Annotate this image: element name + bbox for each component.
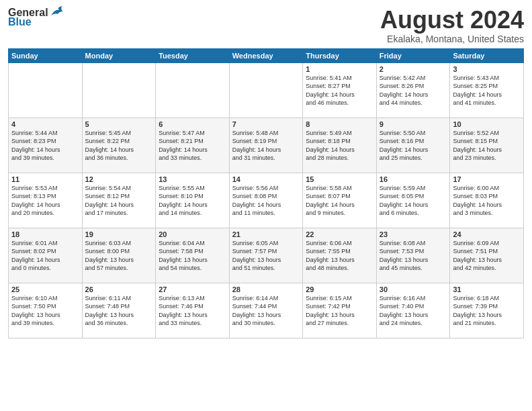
calendar-cell: 6Sunrise: 5:47 AM Sunset: 8:21 PM Daylig… <box>156 118 230 173</box>
day-number: 29 <box>306 285 373 293</box>
calendar-week-row: 18Sunrise: 6:01 AM Sunset: 8:02 PM Dayli… <box>9 228 524 283</box>
logo-bird-icon <box>50 6 64 18</box>
day-info: Sunrise: 6:10 AM Sunset: 7:50 PM Dayligh… <box>11 294 79 328</box>
day-number: 12 <box>85 175 153 183</box>
day-number: 13 <box>159 175 226 183</box>
day-number: 8 <box>306 120 373 128</box>
calendar-week-row: 1Sunrise: 5:41 AM Sunset: 8:27 PM Daylig… <box>9 62 524 118</box>
calendar-page: General Blue August 2024 Ekalaka, Montan… <box>0 0 532 411</box>
weekday-header-row: SundayMondayTuesdayWednesdayThursdayFrid… <box>9 48 524 62</box>
day-number: 7 <box>232 120 300 128</box>
day-number: 24 <box>453 230 521 238</box>
day-number: 26 <box>85 285 153 293</box>
day-info: Sunrise: 6:16 AM Sunset: 7:40 PM Dayligh… <box>380 294 447 328</box>
calendar-cell <box>156 62 230 118</box>
day-number: 2 <box>380 65 447 73</box>
day-number: 31 <box>453 285 521 293</box>
calendar-cell: 10Sunrise: 5:52 AM Sunset: 8:15 PM Dayli… <box>450 118 524 173</box>
day-number: 3 <box>453 65 521 73</box>
calendar-week-row: 25Sunrise: 6:10 AM Sunset: 7:50 PM Dayli… <box>9 283 524 338</box>
day-info: Sunrise: 6:04 AM Sunset: 7:58 PM Dayligh… <box>159 239 226 273</box>
calendar-cell: 17Sunrise: 6:00 AM Sunset: 8:03 PM Dayli… <box>450 173 524 228</box>
weekday-header: Thursday <box>303 48 377 62</box>
day-number: 22 <box>306 230 373 238</box>
day-number: 17 <box>453 175 521 183</box>
day-number: 16 <box>380 175 447 183</box>
calendar-cell: 30Sunrise: 6:16 AM Sunset: 7:40 PM Dayli… <box>376 283 450 338</box>
day-info: Sunrise: 6:06 AM Sunset: 7:55 PM Dayligh… <box>306 239 373 273</box>
calendar-cell: 4Sunrise: 5:44 AM Sunset: 8:23 PM Daylig… <box>9 118 83 173</box>
weekday-header: Friday <box>376 48 450 62</box>
calendar-cell: 8Sunrise: 5:49 AM Sunset: 8:18 PM Daylig… <box>303 118 377 173</box>
calendar-cell: 7Sunrise: 5:48 AM Sunset: 8:19 PM Daylig… <box>229 118 303 173</box>
calendar-week-row: 4Sunrise: 5:44 AM Sunset: 8:23 PM Daylig… <box>9 118 524 173</box>
calendar-cell: 18Sunrise: 6:01 AM Sunset: 8:02 PM Dayli… <box>9 228 83 283</box>
day-info: Sunrise: 5:47 AM Sunset: 8:21 PM Dayligh… <box>159 129 226 163</box>
day-number: 23 <box>380 230 447 238</box>
calendar-week-row: 11Sunrise: 5:53 AM Sunset: 8:13 PM Dayli… <box>9 173 524 228</box>
day-info: Sunrise: 6:09 AM Sunset: 7:51 PM Dayligh… <box>453 239 521 273</box>
day-number: 14 <box>232 175 300 183</box>
weekday-header: Wednesday <box>229 48 303 62</box>
calendar-cell: 9Sunrise: 5:50 AM Sunset: 8:16 PM Daylig… <box>376 118 450 173</box>
calendar-cell: 12Sunrise: 5:54 AM Sunset: 8:12 PM Dayli… <box>82 173 156 228</box>
calendar-cell: 19Sunrise: 6:03 AM Sunset: 8:00 PM Dayli… <box>82 228 156 283</box>
day-number: 6 <box>159 120 226 128</box>
day-info: Sunrise: 6:13 AM Sunset: 7:46 PM Dayligh… <box>159 294 226 328</box>
day-info: Sunrise: 5:42 AM Sunset: 8:26 PM Dayligh… <box>380 74 447 107</box>
logo-blue: Blue <box>8 16 32 28</box>
day-number: 30 <box>380 285 447 293</box>
day-number: 10 <box>453 120 521 128</box>
calendar-cell: 25Sunrise: 6:10 AM Sunset: 7:50 PM Dayli… <box>9 283 83 338</box>
day-info: Sunrise: 6:03 AM Sunset: 8:00 PM Dayligh… <box>85 239 153 273</box>
day-number: 27 <box>159 285 226 293</box>
day-info: Sunrise: 6:08 AM Sunset: 7:53 PM Dayligh… <box>380 239 447 273</box>
day-number: 4 <box>11 120 79 128</box>
title-area: August 2024 Ekalaka, Montana, United Sta… <box>380 7 524 44</box>
month-title: August 2024 <box>380 7 524 34</box>
day-number: 18 <box>11 230 79 238</box>
day-info: Sunrise: 6:15 AM Sunset: 7:42 PM Dayligh… <box>306 294 373 328</box>
day-number: 25 <box>11 285 79 293</box>
day-number: 19 <box>85 230 153 238</box>
day-info: Sunrise: 5:58 AM Sunset: 8:07 PM Dayligh… <box>306 184 373 218</box>
day-number: 9 <box>380 120 447 128</box>
day-number: 28 <box>232 285 300 293</box>
day-info: Sunrise: 5:41 AM Sunset: 8:27 PM Dayligh… <box>306 74 373 107</box>
calendar-cell: 26Sunrise: 6:11 AM Sunset: 7:48 PM Dayli… <box>82 283 156 338</box>
day-info: Sunrise: 5:52 AM Sunset: 8:15 PM Dayligh… <box>453 129 521 163</box>
day-info: Sunrise: 5:43 AM Sunset: 8:25 PM Dayligh… <box>453 74 521 107</box>
header: General Blue August 2024 Ekalaka, Montan… <box>8 7 524 44</box>
day-info: Sunrise: 5:55 AM Sunset: 8:10 PM Dayligh… <box>159 184 226 218</box>
day-info: Sunrise: 6:18 AM Sunset: 7:39 PM Dayligh… <box>453 294 521 328</box>
calendar-cell <box>82 62 156 118</box>
day-info: Sunrise: 5:56 AM Sunset: 8:08 PM Dayligh… <box>232 184 300 218</box>
calendar-cell: 13Sunrise: 5:55 AM Sunset: 8:10 PM Dayli… <box>156 173 230 228</box>
day-number: 1 <box>306 65 373 73</box>
day-info: Sunrise: 5:53 AM Sunset: 8:13 PM Dayligh… <box>11 184 79 218</box>
calendar-cell: 31Sunrise: 6:18 AM Sunset: 7:39 PM Dayli… <box>450 283 524 338</box>
weekday-header: Sunday <box>9 48 83 62</box>
weekday-header: Saturday <box>450 48 524 62</box>
day-info: Sunrise: 6:05 AM Sunset: 7:57 PM Dayligh… <box>232 239 300 273</box>
calendar-cell: 14Sunrise: 5:56 AM Sunset: 8:08 PM Dayli… <box>229 173 303 228</box>
calendar-cell: 27Sunrise: 6:13 AM Sunset: 7:46 PM Dayli… <box>156 283 230 338</box>
location: Ekalaka, Montana, United States <box>380 34 524 44</box>
day-number: 15 <box>306 175 373 183</box>
calendar-cell <box>229 62 303 118</box>
weekday-header: Tuesday <box>156 48 230 62</box>
calendar-cell: 28Sunrise: 6:14 AM Sunset: 7:44 PM Dayli… <box>229 283 303 338</box>
calendar-cell: 20Sunrise: 6:04 AM Sunset: 7:58 PM Dayli… <box>156 228 230 283</box>
calendar-cell: 16Sunrise: 5:59 AM Sunset: 8:05 PM Dayli… <box>376 173 450 228</box>
calendar-cell: 22Sunrise: 6:06 AM Sunset: 7:55 PM Dayli… <box>303 228 377 283</box>
day-number: 20 <box>159 230 226 238</box>
day-info: Sunrise: 6:14 AM Sunset: 7:44 PM Dayligh… <box>232 294 300 328</box>
day-info: Sunrise: 6:01 AM Sunset: 8:02 PM Dayligh… <box>11 239 79 273</box>
calendar-cell: 23Sunrise: 6:08 AM Sunset: 7:53 PM Dayli… <box>376 228 450 283</box>
day-info: Sunrise: 5:49 AM Sunset: 8:18 PM Dayligh… <box>306 129 373 163</box>
day-info: Sunrise: 5:59 AM Sunset: 8:05 PM Dayligh… <box>380 184 447 218</box>
day-info: Sunrise: 6:11 AM Sunset: 7:48 PM Dayligh… <box>85 294 153 328</box>
day-info: Sunrise: 5:44 AM Sunset: 8:23 PM Dayligh… <box>11 129 79 163</box>
calendar-table: SundayMondayTuesdayWednesdayThursdayFrid… <box>8 48 524 338</box>
calendar-cell <box>9 62 83 118</box>
